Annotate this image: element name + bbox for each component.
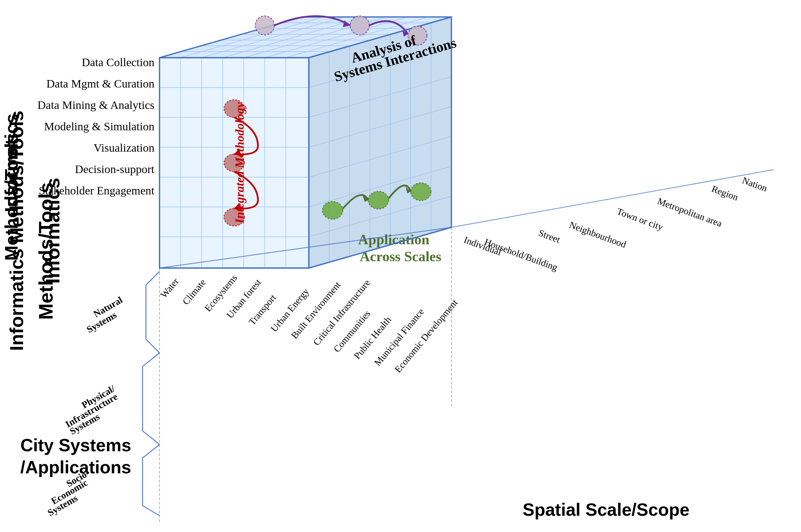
method-6: Decision-support [75, 163, 155, 175]
method-4: Modeling & Simulation [44, 120, 154, 133]
method-2: Data Mgmt & Curation [46, 77, 154, 90]
right-node-1 [322, 202, 343, 219]
socio-bracket [143, 444, 160, 516]
city-water: Water [158, 276, 181, 300]
method-3: Data Mining & Analytics [37, 99, 154, 111]
top-node-1 [255, 16, 274, 35]
right-label-1: Application [358, 232, 429, 247]
top-node-2 [350, 16, 369, 35]
scale-region: Region [710, 183, 740, 203]
diagram-svg: Informatics Methods/Tools Informatics Me… [0, 0, 801, 532]
city-systems-title-2: /Applications [20, 457, 131, 477]
physical-systems-bracket [143, 353, 160, 444]
scale-town: Town or city [615, 206, 665, 232]
city-climate: Climate [180, 277, 208, 307]
city-systems-title-1: City Systems [20, 435, 131, 455]
scale-neighbourhood: Neighbourhood [568, 220, 628, 250]
main-container: Informatics Methods/Tools Informatics Me… [0, 0, 801, 532]
front-label: Integrated Methodology [233, 102, 246, 224]
methods-label: Methods/Tools [1, 133, 21, 261]
right-label-2: Across Scales [360, 249, 442, 264]
left-axis-label2: Methods/Tools [35, 183, 57, 320]
city-built-env: Built Environment [289, 280, 342, 341]
method-7: Stakeholder Engagement [39, 184, 154, 197]
scale-metro: Metropolitan area [656, 196, 724, 229]
method-1: Data Collection [82, 56, 154, 69]
right-node-2 [368, 191, 389, 209]
right-node-3 [411, 183, 431, 201]
natural-systems-bracket [146, 271, 160, 353]
scale-nation: Nation [741, 175, 769, 193]
spatial-scale-title: Spatial Scale/Scope [523, 500, 689, 519]
method-5: Visualization [94, 141, 154, 154]
scale-street: Street [537, 227, 562, 245]
